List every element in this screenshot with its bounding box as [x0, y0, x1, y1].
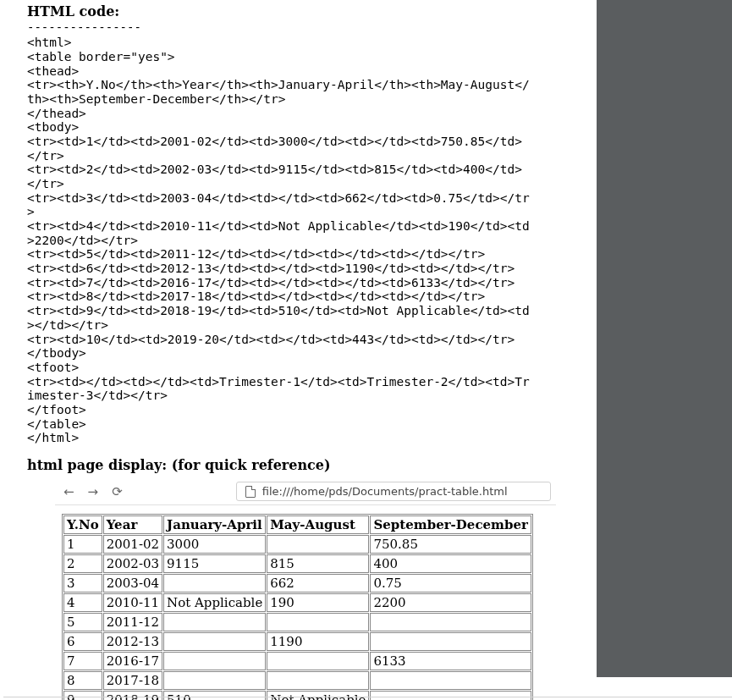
- table-cell: 5: [63, 613, 102, 631]
- table-cell: [370, 613, 531, 631]
- table-cell: [163, 652, 266, 670]
- document-content: HTML code: ---------------- <html> <tabl…: [0, 0, 592, 700]
- table-cell: 3: [63, 574, 102, 593]
- rendered-page: Y.NoYearJanuary-AprilMay-AugustSeptember…: [55, 505, 556, 700]
- table-cell: Not Applicable: [267, 691, 369, 700]
- table-row: 22002-039115815400: [63, 554, 531, 573]
- table-cell: 2012-13: [103, 632, 162, 651]
- table-cell: [267, 613, 369, 631]
- table-header-cell: May-August: [267, 515, 369, 534]
- table-cell: [267, 535, 369, 554]
- back-icon[interactable]: ←: [63, 484, 74, 499]
- table-header-cell: Year: [103, 515, 162, 534]
- address-bar[interactable]: file:///home/pds/Documents/pract-table.h…: [236, 482, 551, 501]
- table-row: 52011-12: [63, 613, 531, 631]
- table-cell: 2200: [370, 593, 531, 612]
- browser-toolbar: ← → ⟳ file:///home/pds/Documents/pract-t…: [55, 479, 556, 505]
- table-header-cell: Y.No: [63, 515, 102, 534]
- table-row: 62012-131190: [63, 632, 531, 651]
- page-divider: [3, 697, 732, 697]
- url-text: file:///home/pds/Documents/pract-table.h…: [262, 485, 508, 498]
- forward-icon[interactable]: →: [88, 484, 99, 499]
- table-cell: 9: [63, 691, 102, 700]
- table-cell: 400: [370, 554, 531, 573]
- table-cell: 2010-11: [103, 593, 162, 612]
- table-cell: 3000: [163, 535, 266, 554]
- table-cell: [163, 574, 266, 593]
- data-table: Y.NoYearJanuary-AprilMay-AugustSeptember…: [62, 514, 533, 700]
- table-cell: 8: [63, 671, 102, 690]
- table-cell: 2001-02: [103, 535, 162, 554]
- table-cell: 4: [63, 593, 102, 612]
- table-cell: 9115: [163, 554, 266, 573]
- table-header-row: Y.NoYearJanuary-AprilMay-AugustSeptember…: [63, 515, 531, 534]
- reload-icon[interactable]: ⟳: [112, 484, 123, 499]
- table-cell: 1: [63, 535, 102, 554]
- table-cell: 2002-03: [103, 554, 162, 573]
- table-cell: 190: [267, 593, 369, 612]
- table-header-cell: January-April: [163, 515, 266, 534]
- table-cell: 2018-19: [103, 691, 162, 700]
- heading-code: HTML code:: [27, 3, 592, 19]
- table-cell: 662: [267, 574, 369, 593]
- table-cell: 6: [63, 632, 102, 651]
- table-cell: [163, 671, 266, 690]
- table-body: 12001-023000750.8522002-0391158154003200…: [63, 535, 531, 700]
- table-cell: [267, 671, 369, 690]
- table-header-cell: September-December: [370, 515, 531, 534]
- table-cell: 0.75: [370, 574, 531, 593]
- table-cell: 2017-18: [103, 671, 162, 690]
- browser-preview: ← → ⟳ file:///home/pds/Documents/pract-t…: [54, 478, 557, 700]
- table-cell: 2: [63, 554, 102, 573]
- table-cell: [163, 632, 266, 651]
- table-row: 32003-046620.75: [63, 574, 531, 593]
- table-cell: 2016-17: [103, 652, 162, 670]
- table-cell: 510: [163, 691, 266, 700]
- separator-line: ----------------: [27, 21, 592, 34]
- table-cell: [370, 671, 531, 690]
- scrollbar-track[interactable]: [597, 0, 732, 677]
- document-icon: [245, 486, 256, 498]
- table-cell: 2011-12: [103, 613, 162, 631]
- table-row: 72016-176133: [63, 652, 531, 670]
- table-cell: [163, 613, 266, 631]
- table-cell: Not Applicable: [163, 593, 266, 612]
- table-cell: 6133: [370, 652, 531, 670]
- table-cell: 750.85: [370, 535, 531, 554]
- table-cell: 7: [63, 652, 102, 670]
- table-cell: 815: [267, 554, 369, 573]
- table-cell: [267, 652, 369, 670]
- table-cell: [370, 632, 531, 651]
- table-row: 12001-023000750.85: [63, 535, 531, 554]
- html-code-block: <html> <table border="yes"> <thead> <tr>…: [27, 36, 535, 444]
- table-row: 92018-19510Not Applicable: [63, 691, 531, 700]
- table-row: 42010-11Not Applicable1902200: [63, 593, 531, 612]
- table-row: 82017-18: [63, 671, 531, 690]
- heading-display: html page display: (for quick reference): [27, 457, 592, 473]
- table-cell: 1190: [267, 632, 369, 651]
- browser-nav-buttons: ← → ⟳: [60, 484, 123, 499]
- table-cell: [370, 691, 531, 700]
- table-cell: 2003-04: [103, 574, 162, 593]
